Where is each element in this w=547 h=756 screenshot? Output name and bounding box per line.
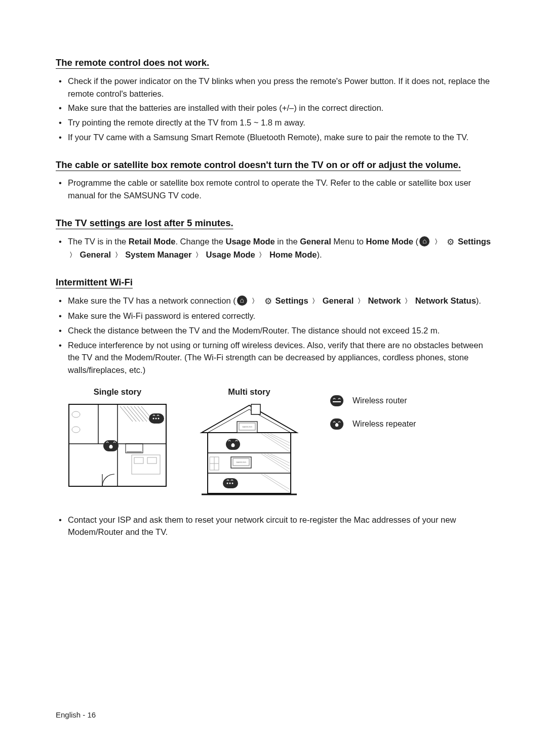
floor-plan-diagram — [67, 402, 168, 488]
text: ). — [317, 250, 322, 259]
chevron-right-icon: 〉 — [358, 296, 364, 306]
chevron-right-icon: 〉 — [435, 237, 441, 247]
svg-line-41 — [261, 474, 290, 492]
section-wifi: Intermittent Wi-Fi Make sure the TV has … — [56, 275, 491, 538]
general-label: General — [300, 237, 331, 246]
list-item: Check the distance between the TV and th… — [67, 324, 491, 337]
heading-cable: The cable or satellite box remote contro… — [56, 158, 491, 172]
list-item: If your TV came with a Samsung Smart Rem… — [67, 131, 491, 144]
legend-label: Wireless repeater — [353, 418, 416, 430]
retail-mode-label: Retail Mode — [129, 237, 176, 246]
svg-point-58 — [232, 482, 233, 484]
svg-point-12 — [153, 417, 154, 419]
chevron-right-icon: 〉 — [115, 250, 122, 260]
list-item: Reduce interference by not using or turn… — [67, 339, 491, 376]
section-remote: The remote control does not work. Check … — [56, 56, 491, 144]
list-wifi: Make sure the TV has a network connectio… — [56, 295, 491, 376]
svg-text:SAMSUNG: SAMSUNG — [242, 426, 252, 428]
svg-rect-61 — [336, 423, 337, 425]
list-item: Make sure the Wi-Fi password is entered … — [67, 310, 491, 322]
svg-rect-28 — [251, 404, 260, 414]
home-mode-label: Home Mode — [366, 237, 414, 246]
svg-point-56 — [227, 482, 228, 484]
chevron-right-icon: 〉 — [405, 296, 411, 306]
list-item: Make sure that the batteries are install… — [67, 102, 491, 114]
page-footer: English - 16 — [56, 709, 96, 721]
list-wifi-after: Contact your ISP and ask them to reset y… — [56, 514, 491, 539]
list-cable: Programme the cable or satellite box rem… — [56, 177, 491, 202]
gear-icon: ⚙ — [447, 236, 454, 249]
heading-remote: The remote control does not work. — [56, 56, 491, 70]
svg-line-37 — [261, 454, 290, 472]
svg-point-57 — [229, 482, 231, 484]
svg-line-8 — [134, 406, 147, 422]
heading-wifi: Intermittent Wi-Fi — [56, 275, 491, 289]
svg-point-24 — [72, 411, 80, 417]
list-item: Programme the cable or satellite box rem… — [67, 177, 491, 202]
svg-rect-18 — [126, 444, 143, 453]
text: Menu to — [331, 237, 366, 246]
figure-title: Single story — [94, 386, 141, 398]
svg-rect-20 — [132, 455, 160, 474]
settings-label: Settings — [275, 296, 308, 305]
chevron-right-icon: 〉 — [196, 250, 202, 260]
settings-label: Settings — [458, 237, 491, 246]
list-remote: Check if the power indicator on the TV b… — [56, 75, 491, 144]
svg-line-7 — [131, 406, 143, 422]
svg-line-33 — [261, 434, 290, 452]
legend-row-repeater: Wireless repeater — [330, 418, 416, 430]
svg-rect-59 — [333, 401, 341, 402]
network-status-label: Network Status — [415, 296, 476, 305]
list-item: Try pointing the remote directly at the … — [67, 116, 491, 129]
svg-rect-51 — [232, 443, 234, 445]
general-label: General — [323, 296, 354, 305]
svg-line-4 — [120, 406, 133, 422]
router-icon — [330, 395, 343, 406]
home-mode-label: Home Mode — [269, 250, 317, 259]
section-settings-lost: The TV settings are lost after 5 minutes… — [56, 216, 491, 261]
system-manager-label: System Manager — [125, 250, 191, 259]
list-item: Make sure the TV has a network connectio… — [67, 295, 491, 308]
svg-point-14 — [158, 417, 160, 419]
repeater-icon — [330, 418, 343, 430]
text: The TV is in the — [68, 237, 129, 246]
figure-title: Multi story — [228, 386, 270, 398]
text: . Change the — [175, 237, 225, 246]
svg-point-25 — [72, 427, 80, 433]
svg-line-6 — [127, 406, 140, 422]
text: Make sure the TV has a network connectio… — [68, 296, 236, 305]
svg-rect-22 — [147, 457, 157, 464]
svg-line-42 — [264, 474, 290, 489]
legend-label: Wireless router — [353, 395, 407, 407]
svg-rect-17 — [110, 445, 112, 447]
figure-multi-story: Multi story — [199, 386, 300, 498]
svg-rect-21 — [134, 457, 143, 464]
list-settings-lost: The TV is in the Retail Mode. Change the… — [56, 235, 491, 261]
usage-mode-label: Usage Mode — [206, 250, 255, 259]
svg-text:SAMSUNG: SAMSUNG — [236, 461, 246, 464]
list-item: Contact your ISP and ask them to reset y… — [67, 514, 491, 539]
svg-point-13 — [155, 417, 157, 419]
gear-icon: ⚙ — [264, 295, 272, 308]
usage-mode-label: Usage Mode — [226, 237, 275, 246]
chevron-right-icon: 〉 — [312, 296, 319, 306]
section-cable: The cable or satellite box remote contro… — [56, 158, 491, 202]
chevron-right-icon: 〉 — [259, 250, 265, 260]
chevron-right-icon: 〉 — [252, 296, 258, 306]
legend: Wireless router Wireless repeater — [330, 395, 416, 430]
svg-line-9 — [138, 406, 150, 422]
figures-row: Single story — [56, 386, 491, 498]
text: in the — [275, 237, 300, 246]
chevron-right-icon: 〉 — [69, 250, 76, 260]
general-label: General — [80, 250, 111, 259]
legend-row-router: Wireless router — [330, 395, 416, 407]
svg-line-5 — [124, 406, 136, 422]
list-item: Check if the power indicator on the TV b… — [67, 75, 491, 100]
text: ). — [476, 296, 481, 305]
home-icon — [419, 236, 429, 246]
list-item: The TV is in the Retail Mode. Change the… — [67, 235, 491, 261]
figure-single-story: Single story — [67, 386, 168, 488]
house-cross-section-diagram: SAMSUNG SAMSUNG — [199, 402, 300, 498]
heading-settings-lost: The TV settings are lost after 5 minutes… — [56, 216, 491, 230]
network-label: Network — [368, 296, 401, 305]
